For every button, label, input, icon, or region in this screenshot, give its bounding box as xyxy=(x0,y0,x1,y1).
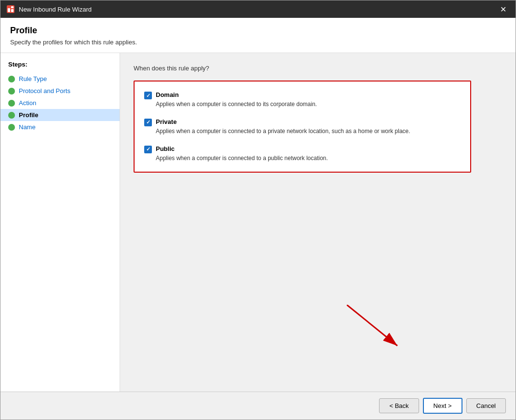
page-title: Profile xyxy=(10,26,506,36)
profile-option-domain: ✓ Domain Applies when a computer is conn… xyxy=(144,91,461,108)
sidebar-item-action[interactable]: Action xyxy=(0,97,120,109)
sidebar-item-rule-type[interactable]: Rule Type xyxy=(0,73,120,85)
domain-checkbox-row: ✓ Domain xyxy=(144,91,461,99)
svg-line-5 xyxy=(347,305,397,346)
footer: < Back Next > Cancel xyxy=(0,392,516,420)
main-panel: When does this rule apply? ✓ Domain Appl… xyxy=(120,53,516,392)
window-title: New Inbound Rule Wizard xyxy=(19,6,496,13)
public-label: Public xyxy=(156,145,175,152)
sidebar-item-name[interactable]: Name xyxy=(0,121,120,133)
domain-description: Applies when a computer is connected to … xyxy=(144,100,461,108)
private-checkbox[interactable]: ✓ xyxy=(144,119,152,126)
public-checkbox-row: ✓ Public xyxy=(144,145,461,153)
sidebar: Steps: Rule Type Protocol and Ports Acti… xyxy=(0,53,120,392)
question-text: When does this rule apply? xyxy=(134,65,502,72)
arrow-annotation xyxy=(347,305,405,353)
step-dot-profile xyxy=(8,112,15,119)
private-label: Private xyxy=(156,118,177,125)
sidebar-item-protocol-and-ports[interactable]: Protocol and Ports xyxy=(0,85,120,97)
page-subtitle: Specify the profiles for which this rule… xyxy=(10,39,506,46)
content-area: Steps: Rule Type Protocol and Ports Acti… xyxy=(0,53,516,392)
public-checkbox[interactable]: ✓ xyxy=(144,146,152,153)
profiles-box: ✓ Domain Applies when a computer is conn… xyxy=(134,81,471,173)
back-button[interactable]: < Back xyxy=(379,398,419,413)
profile-option-public: ✓ Public Applies when a computer is conn… xyxy=(144,145,461,163)
window: New Inbound Rule Wizard ✕ Profile Specif… xyxy=(0,0,516,420)
domain-label: Domain xyxy=(156,91,179,98)
step-dot-action xyxy=(8,100,15,107)
svg-rect-2 xyxy=(11,6,14,8)
header-section: Profile Specify the profiles for which t… xyxy=(0,18,516,53)
profile-option-private: ✓ Private Applies when a computer is con… xyxy=(144,118,461,135)
sidebar-item-profile[interactable]: Profile xyxy=(0,109,120,121)
cancel-button[interactable]: Cancel xyxy=(466,398,506,413)
app-icon xyxy=(6,5,15,14)
domain-checkbox[interactable]: ✓ xyxy=(144,92,152,99)
public-description: Applies when a computer is connected to … xyxy=(144,154,461,163)
step-dot-name xyxy=(8,124,15,131)
step-dot-protocol xyxy=(8,88,15,95)
close-button[interactable]: ✕ xyxy=(496,2,510,16)
private-checkbox-row: ✓ Private xyxy=(144,118,461,126)
private-description: Applies when a computer is connected to … xyxy=(144,127,461,135)
title-bar: New Inbound Rule Wizard ✕ xyxy=(0,0,516,18)
steps-label: Steps: xyxy=(0,61,120,73)
step-dot-rule-type xyxy=(8,76,15,82)
svg-rect-1 xyxy=(8,8,10,12)
svg-rect-3 xyxy=(11,9,14,12)
next-button[interactable]: Next > xyxy=(423,398,462,414)
